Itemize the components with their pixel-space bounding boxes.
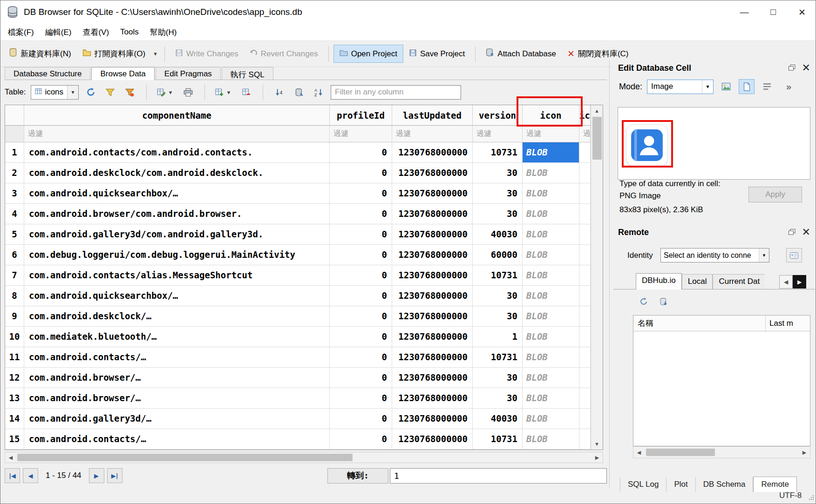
column-header-version[interactable]: version xyxy=(473,105,523,126)
tab-plot[interactable]: Plot xyxy=(666,477,695,492)
cell-componentName[interactable]: com.android.contacts/com.android.contact… xyxy=(24,142,330,163)
cell-overflow[interactable] xyxy=(579,286,591,306)
tab-database-structure[interactable]: Database Structure xyxy=(5,67,90,80)
edit-record-button[interactable]: ▾ xyxy=(156,85,176,100)
remote-scroll-thumb[interactable] xyxy=(646,449,715,456)
cell-icon[interactable]: BLOB xyxy=(523,224,579,245)
cell-overflow[interactable] xyxy=(579,409,591,429)
save-filter-button[interactable] xyxy=(122,85,137,100)
cell-lastUpdated[interactable]: 1230768000000 xyxy=(392,306,473,327)
cell-version[interactable]: 10731 xyxy=(473,142,523,163)
cell-profileId[interactable]: 0 xyxy=(330,347,392,368)
cell-overflow[interactable] xyxy=(579,368,591,388)
sort-az-button[interactable]: AZ xyxy=(311,85,326,100)
float-panel-icon[interactable] xyxy=(789,63,796,73)
cell-icon[interactable]: BLOB xyxy=(523,306,579,327)
panel-divider[interactable] xyxy=(609,60,610,488)
filter-lastUpdated[interactable]: 過濾 xyxy=(392,126,473,142)
column-header-overflow[interactable]: ic xyxy=(579,105,591,126)
maximize-button[interactable]: □ xyxy=(759,0,788,24)
cell-profileId[interactable]: 0 xyxy=(330,429,392,450)
remote-column-last-modified[interactable]: Last m xyxy=(766,316,810,331)
cell-version[interactable]: 10731 xyxy=(473,429,523,450)
cell-componentName[interactable]: com.android.deskclock/com.android.deskcl… xyxy=(24,163,330,183)
filter-profileId[interactable]: 過濾 xyxy=(330,126,392,142)
cell-version[interactable]: 1 xyxy=(473,327,523,347)
cell-componentName[interactable]: com.android.deskclock/… xyxy=(24,306,330,327)
row-number[interactable]: 7 xyxy=(5,265,24,286)
cell-version[interactable]: 30 xyxy=(473,306,523,327)
attach-database-button[interactable]: Attach Database xyxy=(480,45,562,63)
row-number[interactable]: 2 xyxy=(5,163,24,183)
cell-lastUpdated[interactable]: 1230768000000 xyxy=(392,204,473,224)
row-number[interactable]: 5 xyxy=(5,224,24,245)
last-page-button[interactable]: ▶| xyxy=(107,468,122,483)
cell-version[interactable]: 40030 xyxy=(473,409,523,429)
cell-version[interactable]: 30 xyxy=(473,286,523,306)
cell-icon[interactable]: BLOB xyxy=(523,327,579,347)
cell-lastUpdated[interactable]: 1230768000000 xyxy=(392,286,473,306)
cell-componentName[interactable]: com.android.browser/com.android.browser. xyxy=(24,204,330,224)
cell-lastUpdated[interactable]: 1230768000000 xyxy=(392,429,473,450)
import-certificate-button[interactable] xyxy=(786,248,802,262)
grid-vertical-scrollbar[interactable]: ▲ ▼ xyxy=(591,105,603,450)
cell-icon[interactable]: BLOB xyxy=(523,347,579,368)
cell-icon[interactable]: BLOB xyxy=(523,204,579,224)
cell-overflow[interactable] xyxy=(579,327,591,347)
cell-icon[interactable]: BLOB xyxy=(523,368,579,388)
row-number[interactable]: 8 xyxy=(5,286,24,306)
tab-current-database[interactable]: Current Dat xyxy=(713,274,765,289)
cell-profileId[interactable]: 0 xyxy=(330,388,392,409)
goto-input[interactable] xyxy=(390,468,607,484)
menu-view[interactable]: 查看(V) xyxy=(77,24,115,40)
cell-version[interactable]: 40030 xyxy=(473,224,523,245)
menu-tools[interactable]: Tools xyxy=(115,25,144,40)
cell-profileId[interactable]: 0 xyxy=(330,409,392,429)
cell-overflow[interactable] xyxy=(579,204,591,224)
tab-db-schema[interactable]: DB Schema xyxy=(696,477,754,492)
grid-horizontal-scrollbar[interactable]: ◀ ▶ xyxy=(5,452,603,463)
cell-icon[interactable]: BLOB xyxy=(523,142,579,163)
cell-lastUpdated[interactable]: 1230768000000 xyxy=(392,265,473,286)
previous-page-button[interactable]: ◀ xyxy=(23,468,38,483)
tab-scroll-left-icon[interactable]: ◀ xyxy=(779,275,793,289)
cell-profileId[interactable]: 0 xyxy=(330,204,392,224)
close-panel-icon[interactable]: ✕ xyxy=(802,63,810,73)
tab-local[interactable]: Local xyxy=(682,274,713,289)
row-number[interactable]: 12 xyxy=(5,368,24,388)
table-select[interactable]: icons ▾ xyxy=(31,85,79,100)
cell-overflow[interactable] xyxy=(579,306,591,327)
refresh-button[interactable] xyxy=(83,85,98,100)
close-panel-icon[interactable]: ✕ xyxy=(802,227,810,237)
cell-overflow[interactable] xyxy=(579,429,591,450)
filter-icon[interactable]: 過濾 xyxy=(523,126,579,142)
cell-lastUpdated[interactable]: 1230768000000 xyxy=(392,368,473,388)
cell-componentName[interactable]: com.android.browser/… xyxy=(24,368,330,388)
tab-remote[interactable]: Remote xyxy=(753,477,797,492)
scroll-down-icon[interactable]: ▼ xyxy=(591,438,603,450)
filter-overflow[interactable]: 過濾 xyxy=(579,126,591,142)
scroll-right-icon[interactable]: ▶ xyxy=(592,452,603,463)
cell-componentName[interactable]: com.mediatek.bluetooth/… xyxy=(24,327,330,347)
cell-icon[interactable]: BLOB xyxy=(523,183,579,204)
menu-edit[interactable]: 編輯(E) xyxy=(40,24,77,40)
cell-icon[interactable]: BLOB xyxy=(523,286,579,306)
insert-record-button[interactable]: ▾ xyxy=(214,85,234,100)
open-database-dropdown-icon[interactable]: ▾ xyxy=(151,50,160,57)
cell-overflow[interactable] xyxy=(579,388,591,409)
new-database-button[interactable]: 新建資料庫(N) xyxy=(3,44,77,63)
row-number[interactable]: 11 xyxy=(5,347,24,368)
open-project-button[interactable]: Open Project xyxy=(333,45,403,63)
cell-icon[interactable]: BLOB xyxy=(523,265,579,286)
cell-version[interactable]: 30 xyxy=(473,368,523,388)
cell-profileId[interactable]: 0 xyxy=(330,163,392,183)
mode-select[interactable]: Image ▾ xyxy=(647,80,714,94)
cell-version[interactable]: 30 xyxy=(473,163,523,183)
cell-overflow[interactable] xyxy=(579,245,591,265)
scroll-up-icon[interactable]: ▲ xyxy=(591,105,603,116)
row-number[interactable]: 9 xyxy=(5,306,24,327)
toolbar-overflow-icon[interactable]: » xyxy=(786,81,791,92)
row-number[interactable]: 13 xyxy=(5,388,24,409)
import-data-button[interactable] xyxy=(718,79,734,94)
cell-componentName[interactable]: com.debug.loggerui/com.debug.loggerui.Ma… xyxy=(24,245,330,265)
